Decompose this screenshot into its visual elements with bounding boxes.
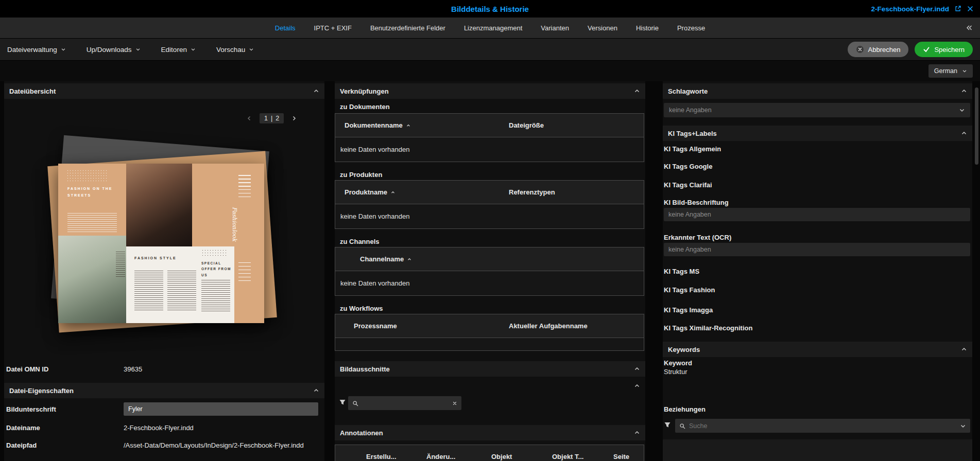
filepath-label: Dateipfad — [6, 441, 124, 449]
placeholder-text-lines — [167, 271, 196, 312]
chevron-up-icon[interactable] — [634, 88, 640, 94]
column-header-seite[interactable]: Seite — [613, 453, 629, 460]
ki-tags-imagga[interactable]: KI Tags Imagga — [664, 306, 713, 314]
chevron-up-icon[interactable] — [961, 346, 967, 352]
omn-id-row: Datei OMN ID 39635 — [6, 365, 319, 373]
filter-icon[interactable] — [339, 399, 346, 406]
language-value: German — [934, 67, 957, 75]
channels-table-header: Channelname — [335, 247, 644, 271]
close-icon[interactable] — [967, 5, 974, 12]
tab-iptc-exif[interactable]: IPTC + EXIF — [314, 24, 352, 32]
ki-tags-allgemein[interactable]: KI Tags Allgemein — [664, 145, 721, 153]
clear-icon[interactable] — [452, 401, 457, 406]
filename-value: 2-Feschbook-Flyer.indd — [124, 424, 194, 432]
double-chevron-left-icon[interactable] — [966, 24, 973, 31]
rule-stack — [238, 262, 251, 283]
column-header-aenderung[interactable]: Änderu... — [426, 453, 455, 460]
ocr-text-input[interactable] — [664, 243, 970, 256]
file-preview: FASHION ON THE STREETS FASHION STYLE SPE… — [43, 143, 290, 364]
placeholder-text-lines — [201, 280, 230, 312]
column-header-referenztypen[interactable]: Referenztypen — [509, 188, 644, 196]
flyer-brand-script: Fashionlook — [231, 207, 238, 258]
tab-license-management[interactable]: Lizenzmanagement — [464, 24, 522, 32]
menu-editoren[interactable]: Editoren — [161, 46, 196, 54]
cancel-button[interactable]: Abbrechen — [848, 42, 909, 57]
column-header-produktname[interactable]: Produktname — [335, 188, 509, 196]
crops-search-input[interactable] — [362, 400, 449, 407]
placeholder-text-lines — [67, 213, 117, 232]
tab-custom-fields[interactable]: Benutzerdefinierte Felder — [370, 24, 445, 32]
column-header-channelname[interactable]: Channelname — [335, 255, 509, 263]
column-header-prozessname[interactable]: Prozessname — [335, 322, 509, 330]
language-select[interactable]: German — [929, 64, 973, 78]
caption-row: Bildunterschrift — [6, 402, 319, 416]
chevron-down-icon — [191, 47, 196, 52]
column-header-dokumentenname[interactable]: Dokumentenname — [335, 121, 509, 129]
annotations-table-header: Erstellu... Änderu... Objekt Objekt T...… — [335, 445, 644, 461]
documents-table: Dokumentenname Dateigröße keine Daten vo… — [335, 113, 644, 162]
menu-dateiverwaltung[interactable]: Dateiverwaltung — [7, 46, 66, 54]
column-header-objekt[interactable]: Objekt — [491, 453, 512, 460]
pager-separator: | — [271, 115, 272, 122]
tab-versions[interactable]: Versionen — [588, 24, 617, 32]
column-header-erstellung[interactable]: Erstellu... — [366, 453, 397, 460]
section-title: Keywords — [668, 346, 700, 353]
chevron-up-icon[interactable] — [961, 130, 967, 136]
relations-search-input[interactable] — [689, 422, 956, 430]
subsection-zu-dokumenten: zu Dokumenten — [340, 103, 390, 111]
relations-empty-panel — [663, 439, 972, 461]
section-title: Schlagworte — [668, 87, 708, 95]
column-header-dateigroesse[interactable]: Dateigröße — [509, 121, 644, 129]
tab-processes[interactable]: Prozesse — [677, 24, 705, 32]
menu-vorschau[interactable]: Vorschau — [216, 46, 254, 54]
tab-variants[interactable]: Varianten — [541, 24, 569, 32]
ki-tags-fashion[interactable]: KI Tags Fashion — [664, 286, 715, 294]
tabs: Details IPTC + EXIF Benutzerdefinierte F… — [275, 24, 705, 32]
menu-up-downloads[interactable]: Up/Downloads — [87, 46, 141, 54]
panel-links: Verknüpfungen zu Dokumenten Dokumentenna… — [335, 81, 645, 461]
ki-tags-clarifai[interactable]: KI Tags Clarifai — [664, 181, 712, 189]
chevron-left-icon[interactable] — [246, 115, 252, 121]
channels-table: Channelname keine Daten vorhanden — [335, 247, 644, 296]
save-button[interactable]: Speichern — [915, 42, 973, 57]
ki-caption-input[interactable] — [664, 208, 970, 221]
flyer-photo-portrait — [126, 164, 192, 246]
chevron-right-icon[interactable] — [291, 115, 297, 121]
chevron-up-icon[interactable] — [634, 430, 640, 436]
section-title: Dateiübersicht — [9, 87, 56, 95]
external-link-icon[interactable] — [954, 5, 961, 12]
filter-icon[interactable] — [664, 421, 671, 429]
crops-search — [348, 396, 461, 410]
tab-history[interactable]: Historie — [636, 24, 659, 32]
ki-bild-beschriftung[interactable]: KI Bild-Beschriftung — [664, 199, 729, 206]
tags-select[interactable]: keine Angaben — [664, 103, 970, 117]
ki-tags-ms[interactable]: KI Tags MS — [664, 268, 699, 275]
ki-tags-google[interactable]: KI Tags Google — [664, 163, 712, 170]
column-label: Produktname — [345, 188, 387, 196]
scrollbar-thumb[interactable] — [975, 87, 978, 165]
chevron-up-icon[interactable] — [961, 88, 967, 94]
omn-id-label: Datei OMN ID — [6, 365, 124, 373]
ocr-text-label[interactable]: Erkannter Text (OCR) — [664, 234, 731, 241]
column-label: Referenztypen — [509, 188, 555, 196]
column-header-objekt-typ[interactable]: Objekt T... — [552, 453, 583, 460]
filename-label: Dateiname — [6, 424, 124, 432]
tab-details[interactable]: Details — [275, 24, 296, 32]
ki-tags-ximilar[interactable]: KI Tags Ximilar-Recognition — [664, 324, 752, 332]
open-file-link[interactable]: 2-Feschbook-Flyer.indd — [871, 5, 949, 13]
keyword-value: Struktur — [664, 368, 687, 376]
chevron-up-icon[interactable] — [634, 366, 640, 372]
chevron-up-icon — [634, 383, 640, 389]
chevron-up-icon[interactable] — [313, 88, 319, 94]
section-header-verknuepfungen: Verknüpfungen — [335, 83, 645, 99]
chevron-up-icon[interactable] — [313, 387, 319, 394]
column-header-aufgabenname[interactable]: Aktueller Aufgabenname — [509, 322, 644, 330]
relations-search — [675, 419, 970, 433]
pager-indicator: 1 | 2 — [260, 113, 284, 123]
documents-empty-row: keine Daten vorhanden — [335, 137, 644, 162]
menubar: Dateiverwaltung Up/Downloads Editoren Vo… — [0, 39, 980, 61]
empty-row-label: keine Daten vorhanden — [340, 146, 409, 153]
crops-collapse[interactable] — [634, 383, 640, 389]
caption-input[interactable] — [124, 402, 318, 416]
chevron-down-icon[interactable] — [960, 423, 966, 429]
